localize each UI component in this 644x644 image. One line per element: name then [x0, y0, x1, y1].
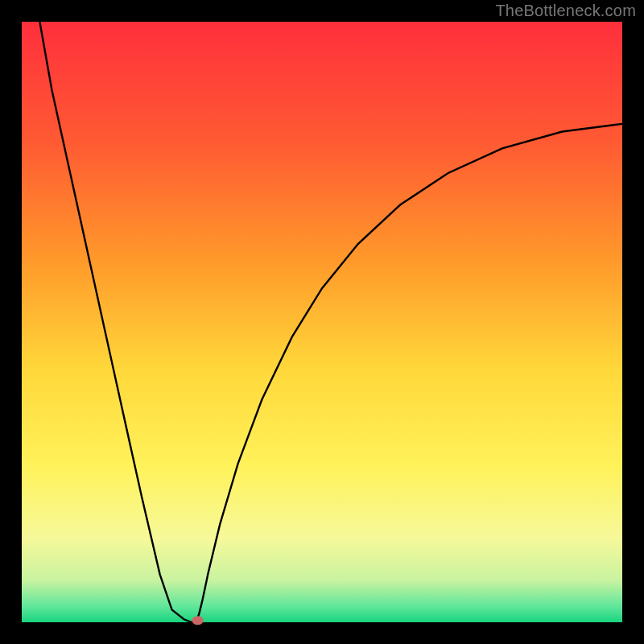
chart-frame: TheBottleneck.com	[0, 0, 644, 644]
chart-svg	[0, 0, 644, 644]
watermark-text: TheBottleneck.com	[495, 2, 636, 20]
plot-background	[22, 22, 622, 622]
min-marker	[192, 616, 204, 625]
